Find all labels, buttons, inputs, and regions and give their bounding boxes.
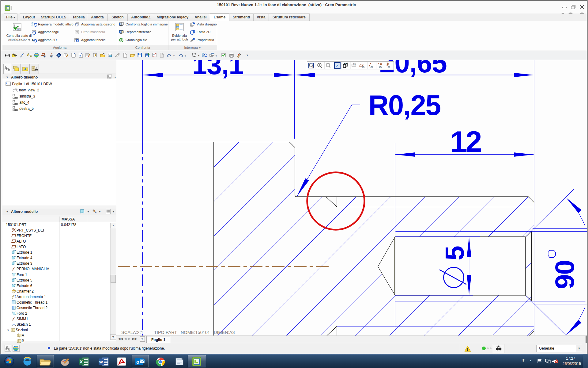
svg-text:13,1: 13,1: [192, 60, 243, 80]
svg-text:SCALA:2:1: SCALA:2:1: [121, 330, 143, 335]
svg-text:90: 90: [549, 260, 580, 289]
svg-text:12: 12: [450, 125, 481, 158]
svg-text:5: 5: [440, 246, 469, 260]
svg-text:A: A: [27, 53, 30, 57]
svg-text:NOME:150101: NOME:150101: [181, 330, 210, 335]
svg-text:o: o: [136, 359, 139, 365]
svg-text:R0,25: R0,25: [368, 90, 441, 121]
svg-text:X: X: [80, 359, 83, 364]
svg-text:TIPO:PART: TIPO:PART: [154, 330, 177, 335]
svg-text:✱: ✱: [24, 68, 27, 71]
svg-text:w: w: [99, 359, 103, 364]
svg-text:AB: AB: [353, 63, 356, 66]
svg-text:A: A: [32, 38, 34, 42]
svg-text:DIMEN:A3: DIMEN:A3: [214, 330, 235, 335]
